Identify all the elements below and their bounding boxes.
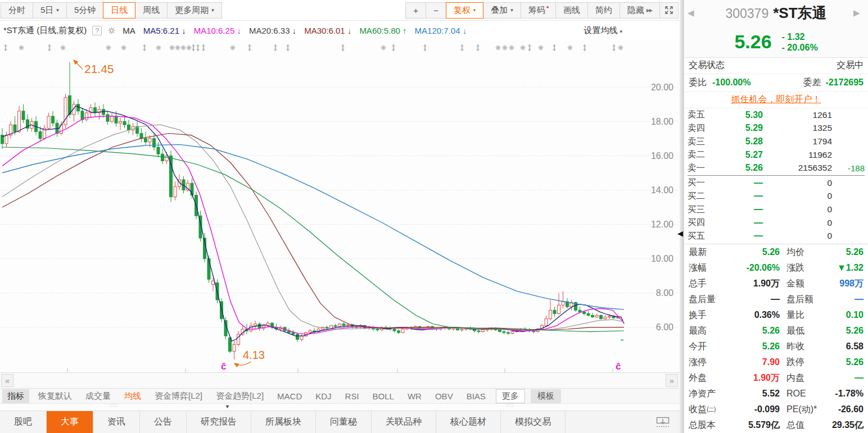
scroll-right-button[interactable]: » xyxy=(666,374,678,387)
indicator-template[interactable]: 模板 xyxy=(531,389,561,403)
draw-line-button[interactable]: 画线 xyxy=(555,2,588,19)
zoom-out-button[interactable]: − xyxy=(426,2,446,19)
stat-label: 最新 xyxy=(689,247,733,258)
ask-price: 5.27 xyxy=(713,150,763,160)
indicator-bar: 指标恢复默认成交量均线资金博弈[L2]资金趋势[L2]MACDKDJRSIBOL… xyxy=(0,389,680,404)
stat-label: 金额 xyxy=(780,278,828,290)
stat-value: -26.60 xyxy=(828,404,864,414)
chart-pane: 分时5日▾5分钟日线周线更多周期▾ +−复权▾叠加▾筹码●画线简约隐藏▶▶ *S… xyxy=(0,0,680,433)
chevron-down-icon: ▾ xyxy=(211,7,214,13)
ask-price: 5.26 xyxy=(713,163,763,173)
chips-button[interactable]: 筹码● xyxy=(521,2,556,19)
indicator-fund-game[interactable]: 资金博弈[L2] xyxy=(148,390,209,402)
next-stock-arrow[interactable]: ▶ xyxy=(853,8,865,18)
indicator-fund-trend[interactable]: 资金趋势[L2] xyxy=(209,390,270,402)
tab-dashi[interactable]: 大事 xyxy=(47,411,93,433)
tab-guba[interactable]: 股吧 xyxy=(0,411,47,433)
stat-label: 盘后额 xyxy=(780,294,828,306)
indicator-bias[interactable]: BIAS xyxy=(460,391,492,402)
tab-gonggao[interactable]: 公告 xyxy=(140,411,187,433)
tab-related[interactable]: 关联品种 xyxy=(372,411,436,433)
indicator-more[interactable]: 更多 xyxy=(496,389,525,403)
ma-line-ma120 xyxy=(2,144,624,309)
pane-splitter[interactable]: :::: ▼ :::: xyxy=(0,404,680,411)
restore-default[interactable]: 恢复默认 xyxy=(31,390,79,402)
ma-line-ma60 xyxy=(2,147,624,332)
stat-row: 总手1.90万金额998万 xyxy=(684,276,868,291)
stat-label: 涨跌 xyxy=(780,262,828,274)
scroll-left-button[interactable]: « xyxy=(1,374,13,387)
bid-price: — xyxy=(713,178,763,188)
indicator-macd[interactable]: MACD xyxy=(270,391,309,402)
indicator-wr[interactable]: WR xyxy=(401,391,428,402)
y-axis-label: 20.00 xyxy=(651,83,673,92)
ma-line-ma10 xyxy=(2,116,624,334)
simple-mode-button[interactable]: 简约 xyxy=(587,2,620,19)
ask-extra: -188 xyxy=(832,163,865,173)
trade-status-row: 交易状态 交易中 xyxy=(684,57,868,74)
stat-label: 量比 xyxy=(780,309,828,321)
stat-label: PE(动)* xyxy=(780,404,828,416)
bid-volume: 0 xyxy=(763,191,832,201)
indicator-ma[interactable]: 均线 xyxy=(117,390,148,402)
tab-sector[interactable]: 所属板块 xyxy=(251,411,316,433)
tab-themes[interactable]: 核心题材 xyxy=(436,411,501,433)
tab-wendongmi[interactable]: 问董秘 xyxy=(316,411,372,433)
bid-level-label: 买三 xyxy=(688,204,713,216)
ma-settings-button[interactable]: 设置均线▾ xyxy=(584,25,622,36)
indicator-volume[interactable]: 成交量 xyxy=(79,390,117,402)
stat-label: 收益㈡ xyxy=(689,404,733,416)
toggle-info-panel-button[interactable] xyxy=(656,417,670,430)
splitter-handle2-icon[interactable]: :::: xyxy=(506,402,514,408)
indicator-rsi[interactable]: RSI xyxy=(338,391,366,402)
gear-icon[interactable] xyxy=(107,26,116,35)
stat-label: 总手 xyxy=(689,278,733,290)
hide-button-label: 隐藏 xyxy=(627,5,644,16)
tab-minute[interactable]: 分时 xyxy=(1,2,33,19)
order-book: 卖五5.301261卖四5.291325卖三5.281794卖二5.271196… xyxy=(684,108,868,243)
tab-5day[interactable]: 5日▾ xyxy=(33,2,67,19)
splitter-collapse-icon[interactable]: ▼ xyxy=(225,404,230,409)
fullscreen-button[interactable] xyxy=(659,2,679,19)
indicator-obv[interactable]: OBV xyxy=(428,391,460,402)
open-account-link[interactable]: 抓住机会，即刻开户！ xyxy=(731,94,821,106)
updown-marker-icon xyxy=(248,44,251,52)
splitter-handle-icon[interactable]: :::: xyxy=(110,402,118,408)
stat-label: 最低 xyxy=(780,325,828,337)
stat-value: — xyxy=(828,294,864,304)
stat-label: 昨收 xyxy=(780,341,828,353)
zoom-out-button-label: − xyxy=(433,6,438,15)
tab-daily[interactable]: 日线 xyxy=(103,2,135,19)
zoom-in-button[interactable]: + xyxy=(405,2,426,19)
indicator-boll[interactable]: BOLL xyxy=(366,391,401,402)
tab-more-periods[interactable]: 更多周期▾ xyxy=(167,2,222,19)
bid-volume: 0 xyxy=(763,204,832,215)
overlay-button[interactable]: 叠加▾ xyxy=(483,2,521,19)
hide-button[interactable]: 隐藏▶▶ xyxy=(620,2,660,19)
indicator-label[interactable]: 指标 xyxy=(2,389,29,403)
tab-research[interactable]: 研究报告 xyxy=(187,411,251,433)
stat-label: 涨停 xyxy=(689,357,733,368)
prev-stock-arrow[interactable]: ◀ xyxy=(688,8,699,18)
ask-price: 5.30 xyxy=(713,110,763,120)
collapse-panel-icon[interactable]: ◀ xyxy=(677,229,683,238)
tab-zixun[interactable]: 资讯 xyxy=(93,411,140,433)
chart-tools-group: +−复权▾叠加▾筹码●画线简约隐藏▶▶ xyxy=(406,2,679,19)
candlestick-chart[interactable]: 20.0018.0016.0014.0012.0010.008.006.0021… xyxy=(0,40,680,372)
bid-price: — xyxy=(713,204,763,215)
panel-divider[interactable]: ◀ xyxy=(680,0,684,433)
stat-row: 换手0.36%量比0.10 xyxy=(684,307,868,323)
indicator-kdj[interactable]: KDJ xyxy=(309,391,338,402)
tab-weekly[interactable]: 周线 xyxy=(135,2,168,19)
trend-arrow-icon: ↓ xyxy=(463,26,467,35)
help-icon[interactable]: ? xyxy=(92,26,102,35)
stat-value: 7.90 xyxy=(733,357,780,367)
weibi-label: 委比 xyxy=(689,77,707,89)
high-price-annotation: 21.45 xyxy=(84,62,114,75)
chart-scrollbar[interactable]: « » xyxy=(0,372,680,389)
fuquan-button[interactable]: 复权▾ xyxy=(446,2,484,19)
tab-5min[interactable]: 5分钟 xyxy=(66,2,103,19)
stat-value: 5.26 xyxy=(828,326,864,336)
stat-value: 29.35亿 xyxy=(828,420,864,431)
tab-simtrade[interactable]: 模拟交易 xyxy=(501,411,566,433)
